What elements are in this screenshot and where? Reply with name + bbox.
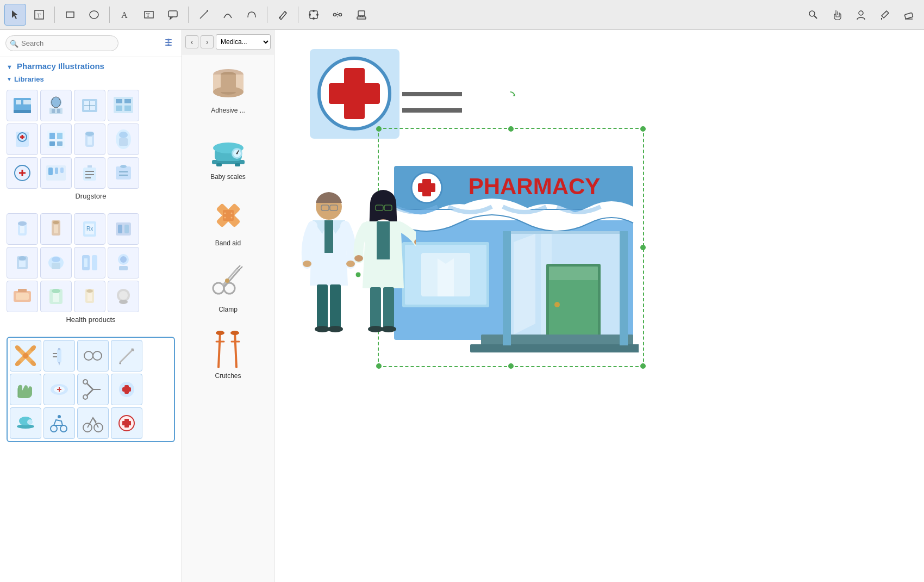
handle-br[interactable] (640, 363, 646, 369)
pen-tool[interactable] (272, 4, 294, 26)
rotation-handle[interactable] (504, 90, 517, 105)
icon-item-baby-scales[interactable]: Baby scales (186, 125, 270, 183)
curve-tool[interactable] (217, 4, 239, 26)
handle-tm[interactable] (508, 126, 514, 132)
hp-cell-5[interactable] (7, 247, 38, 278)
triangle-down-title[interactable]: ▼ (7, 64, 13, 70)
hp-cell-7[interactable] (74, 247, 105, 278)
grid-cell-drugstore-10[interactable] (40, 157, 72, 189)
hp-cell-8[interactable] (108, 247, 139, 278)
hp-cell-2[interactable] (40, 213, 72, 245)
mt-cell-8[interactable] (111, 374, 142, 405)
node-tool[interactable] (327, 4, 348, 26)
rectangle-tool[interactable] (59, 4, 81, 26)
handle-tr[interactable] (640, 126, 646, 132)
mt-cell-12[interactable] (111, 407, 142, 439)
hp-cell-3[interactable]: Rx (74, 213, 105, 245)
ellipse-tool[interactable] (83, 4, 105, 26)
grid-cell-drugstore-5[interactable] (7, 123, 38, 155)
separator-1 (54, 7, 55, 23)
text-box-tool[interactable]: T (138, 4, 160, 26)
baby-scales-label: Baby scales (210, 173, 246, 181)
svg-rect-97 (124, 225, 129, 233)
text-select-tool[interactable]: T (28, 4, 50, 26)
mt-cell-6[interactable] (43, 374, 75, 405)
svg-rect-220 (470, 344, 639, 352)
grid-cell-drugstore-1[interactable] (7, 90, 38, 121)
nav-forward-button[interactable]: › (201, 35, 214, 48)
hp-cell-4[interactable] (108, 213, 139, 245)
mt-cell-2[interactable] (43, 340, 75, 372)
grid-cell-drugstore-2[interactable] (40, 90, 72, 121)
hp-cell-12[interactable] (108, 281, 139, 312)
stamp-tool[interactable] (351, 4, 372, 26)
connector-line-1 (402, 89, 462, 93)
svg-rect-234 (317, 284, 328, 328)
eyedropper-tool[interactable] (874, 4, 896, 26)
svg-rect-127 (57, 349, 61, 362)
grid-cell-drugstore-8[interactable] (108, 123, 139, 155)
mt-cell-1[interactable] (10, 340, 41, 372)
handle-bm[interactable] (508, 363, 514, 369)
line-tool[interactable] (193, 4, 215, 26)
svg-point-144 (83, 395, 88, 399)
svg-point-143 (83, 380, 88, 384)
eraser-tool[interactable] (898, 4, 920, 26)
svg-point-114 (52, 289, 60, 293)
mt-cell-5[interactable] (10, 374, 41, 405)
svg-point-3 (90, 11, 98, 18)
hp-cell-1[interactable] (7, 213, 38, 245)
libraries-toggle[interactable]: ▼ (7, 76, 12, 82)
grid-cell-drugstore-4[interactable] (108, 90, 139, 121)
user-right-tool[interactable] (850, 4, 872, 26)
svg-text:Rx: Rx (86, 226, 93, 232)
svg-rect-11 (310, 11, 317, 18)
search-right-tool[interactable] (802, 4, 824, 26)
svg-line-142 (86, 389, 93, 396)
arc-tool[interactable] (241, 4, 263, 26)
hp-cell-10[interactable] (40, 281, 72, 312)
pharmacist-figures[interactable] (291, 188, 416, 397)
svg-point-233 (346, 261, 355, 267)
grid-cell-drugstore-3[interactable] (74, 90, 105, 121)
mt-cell-3[interactable] (77, 340, 109, 372)
hp-cell-11[interactable] (74, 281, 105, 312)
text-tool[interactable]: A (114, 4, 136, 26)
icon-item-band-aid[interactable]: Band aid (186, 191, 270, 249)
mt-cell-11[interactable] (77, 407, 109, 439)
grid-cell-drugstore-6[interactable] (40, 123, 72, 155)
mt-cell-4[interactable] (111, 340, 142, 372)
svg-text:A: A (121, 10, 128, 20)
hp-cell-9[interactable] (7, 281, 38, 312)
grid-cell-drugstore-7[interactable] (74, 123, 105, 155)
icon-panel-header: ‹ › Medica... (182, 30, 274, 54)
mt-cell-7[interactable] (77, 374, 109, 405)
connection-tool[interactable] (303, 4, 324, 26)
libraries-section[interactable]: ▼ Libraries (0, 73, 182, 85)
pharmacy-building[interactable]: PHARMACY (383, 133, 639, 364)
canvas-area[interactable]: PHARMACY (274, 30, 924, 582)
grid-cell-drugstore-9[interactable] (7, 157, 38, 189)
grid-cell-drugstore-11[interactable] (74, 157, 105, 189)
svg-rect-79 (85, 171, 94, 172)
svg-rect-222 (620, 231, 628, 345)
svg-point-15 (316, 14, 319, 16)
callout-tool[interactable] (162, 4, 184, 26)
svg-rect-43 (49, 108, 63, 114)
mt-cell-9[interactable] (10, 407, 41, 439)
category-dropdown[interactable]: Medica... (216, 34, 271, 49)
mt-cell-10[interactable] (43, 407, 75, 439)
medical-sign-element[interactable] (307, 46, 402, 141)
search-input[interactable] (5, 35, 118, 51)
icon-item-clamp[interactable]: Clamp (186, 258, 270, 315)
grid-cell-drugstore-12[interactable] (108, 157, 139, 189)
hand-tool[interactable] (826, 4, 848, 26)
nav-back-button[interactable]: ‹ (185, 35, 198, 48)
medical-tools-grid (7, 337, 175, 442)
select-tool[interactable] (4, 4, 26, 26)
icon-item-adhesive-tape[interactable]: Adhesive ... (186, 59, 270, 116)
filter-button[interactable] (161, 36, 176, 51)
handle-mr[interactable] (640, 245, 646, 250)
hp-cell-6[interactable] (40, 247, 72, 278)
icon-item-crutches[interactable]: Crutches (186, 324, 270, 382)
